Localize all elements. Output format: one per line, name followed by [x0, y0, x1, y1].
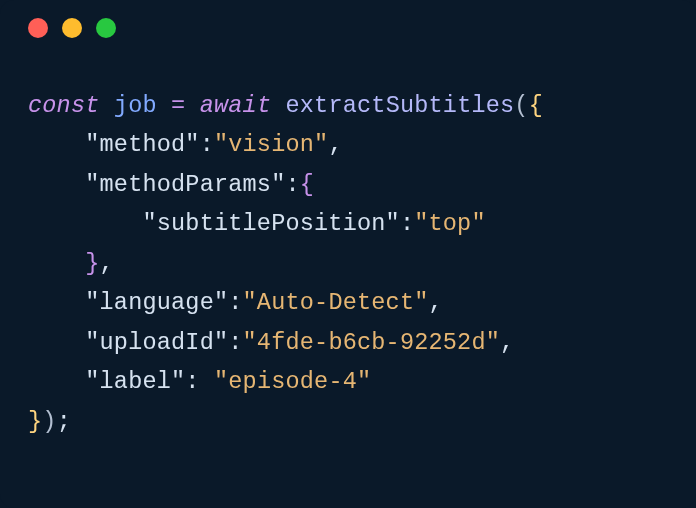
key-uploadid: "uploadId" [85, 329, 228, 356]
open-paren: ( [514, 92, 528, 119]
open-brace-outer: { [529, 92, 543, 119]
close-paren: ) [42, 408, 56, 435]
traffic-light-close-icon[interactable] [28, 18, 48, 38]
code-window: const job = await extractSubtitles({ "me… [0, 0, 696, 508]
value-language: "Auto-Detect" [243, 289, 429, 316]
variable-job: job [114, 92, 157, 119]
window-titlebar [0, 0, 696, 56]
traffic-light-minimize-icon[interactable] [62, 18, 82, 38]
operator-equals: = [171, 92, 185, 119]
keyword-const: const [28, 92, 100, 119]
semicolon: ; [57, 408, 71, 435]
function-name: extractSubtitles [286, 92, 515, 119]
close-brace-inner: } [85, 250, 99, 277]
value-subtitleposition: "top" [414, 210, 486, 237]
key-language: "language" [85, 289, 228, 316]
code-block: const job = await extractSubtitles({ "me… [0, 56, 696, 441]
value-uploadid: "4fde-b6cb-92252d" [243, 329, 500, 356]
key-methodparams: "methodParams" [85, 171, 285, 198]
key-label: "label" [85, 368, 185, 395]
close-brace-outer: } [28, 408, 42, 435]
traffic-light-zoom-icon[interactable] [96, 18, 116, 38]
key-method: "method" [85, 131, 199, 158]
key-subtitleposition: "subtitlePosition" [142, 210, 399, 237]
open-brace-inner: { [300, 171, 314, 198]
keyword-await: await [200, 92, 272, 119]
value-label: "episode-4" [214, 368, 371, 395]
value-method: "vision" [214, 131, 328, 158]
